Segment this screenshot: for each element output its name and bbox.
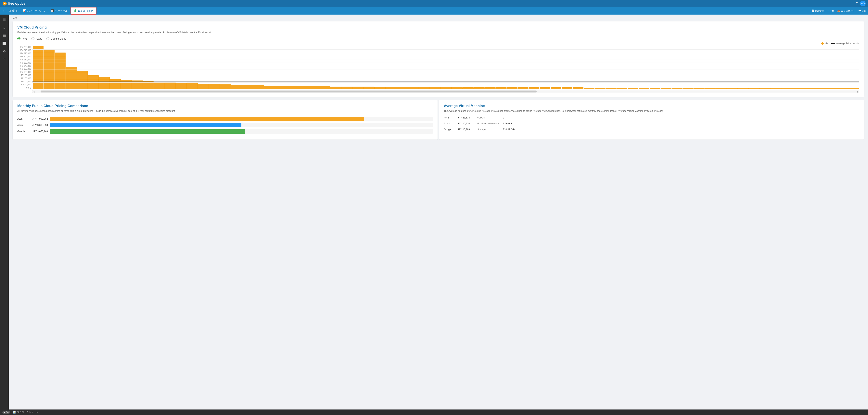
chart-bar xyxy=(88,75,99,89)
pricing-value: JPY 4,990,962 xyxy=(30,118,48,120)
avg-vm-price: JPY 16,399 xyxy=(458,127,477,132)
y-axis-label: JPY 120,000 xyxy=(17,68,32,70)
more-icon: ••• xyxy=(858,9,861,12)
chart-bar xyxy=(506,87,517,89)
help-button[interactable]: ? xyxy=(855,1,859,6)
radio-aws[interactable]: AWS xyxy=(17,37,27,40)
pricing-label: AWS xyxy=(17,118,28,120)
monthly-comparison-description: All running VMs have been priced across … xyxy=(17,109,433,113)
avg-vm-price: JPY 26,833 xyxy=(458,116,477,120)
chart-bar xyxy=(341,87,352,89)
y-axis-label: JPY 180,000 xyxy=(17,59,32,61)
radio-azure-circle xyxy=(31,37,34,40)
chart-legend: VM Average Price per VM xyxy=(17,42,859,45)
chart-bar xyxy=(639,88,649,89)
chart-bar xyxy=(661,88,672,89)
y-axis-label: JPY 60,000 xyxy=(17,77,32,79)
chart-bar xyxy=(683,88,693,89)
chart-bar xyxy=(462,87,473,89)
legend-avg-line xyxy=(831,43,835,44)
chart-bar xyxy=(716,88,726,89)
sidebar-item-tools[interactable]: ✕ xyxy=(1,56,8,63)
tab-kankyou[interactable]: 🖥 環境 xyxy=(6,7,20,14)
chart-bar xyxy=(782,88,793,89)
chart-bar xyxy=(738,88,749,89)
more-button[interactable]: ••• 詳細 xyxy=(858,9,866,12)
chart-bar xyxy=(451,87,462,89)
tab-virtual[interactable]: 🔲 バーチャル xyxy=(48,7,70,14)
chart-bar xyxy=(385,87,396,89)
chart-bar xyxy=(749,88,760,89)
status-bar: ● 2 ▸ 📝 プロジェクトノート xyxy=(0,410,868,415)
average-price-line xyxy=(32,81,859,82)
app-logo: live optics xyxy=(2,1,26,6)
project-note-button[interactable]: 📝 プロジェクトノート xyxy=(13,411,38,414)
tab-cloud-pricing[interactable]: 💲 Cloud Pricing xyxy=(70,7,96,14)
share-button[interactable]: ↗ 共有 xyxy=(827,9,834,12)
tab-performance[interactable]: 📊 パフォーマンス xyxy=(20,7,48,14)
virtual-icon: 🔲 xyxy=(51,9,54,12)
chart-bar xyxy=(220,85,231,89)
avg-vm-provider: Azure xyxy=(444,121,458,126)
chart-bar xyxy=(473,87,484,89)
pricing-bar xyxy=(50,123,241,127)
pricing-bar xyxy=(50,129,245,134)
sidebar-item-chart[interactable]: ⬜ xyxy=(1,40,8,47)
chart-scrollbar[interactable]: ◀ ▶ xyxy=(32,90,859,93)
chart-bar xyxy=(705,88,716,89)
monthly-comparison-title: Monthly Public Cloud Pricing Comparison xyxy=(17,104,433,108)
chart-bar xyxy=(804,88,815,89)
chart-bar xyxy=(363,87,374,89)
nav-right-actions: 📄 Reports ↗ 共有 📤 エクスポート ••• 詳細 xyxy=(811,9,866,12)
chart-bar xyxy=(352,87,363,89)
pricing-bar-container xyxy=(50,123,433,127)
sidebar-item-folder[interactable]: ▦ xyxy=(1,32,8,39)
status-badge-item[interactable]: ● 2 ▸ xyxy=(2,411,10,414)
reports-button[interactable]: 📄 Reports xyxy=(811,9,824,12)
pricing-row: Azure JPY 3,018,839 xyxy=(17,123,433,127)
chart-inner: JPY 260,000JPY 240,000JPY 220,000JPY 200… xyxy=(17,46,859,89)
y-axis-label: JPY 260,000 xyxy=(17,46,32,48)
y-axis-label: JPY 0 xyxy=(17,87,32,89)
chart-bar xyxy=(33,46,43,89)
reports-icon: 📄 xyxy=(811,9,814,12)
scrollbar-right-arrow[interactable]: ▶ xyxy=(857,90,859,93)
chart-bar xyxy=(848,88,859,89)
avg-vm-provider: AWS xyxy=(444,116,458,120)
chart-bar xyxy=(617,88,627,89)
y-axis-label: JPY 40,000 xyxy=(17,81,32,83)
avg-vm-provider: Google xyxy=(444,127,458,132)
y-axis-label: JPY 100,000 xyxy=(17,71,32,73)
chart-bar xyxy=(132,81,143,89)
pricing-bar xyxy=(50,117,364,121)
radio-azure[interactable]: Azure xyxy=(31,37,42,40)
pricing-row: Google JPY 3,050,169 xyxy=(17,129,433,134)
user-avatar[interactable]: AO xyxy=(860,1,866,6)
sidebar-item-home[interactable]: ⌂ xyxy=(1,24,8,31)
chart-bar xyxy=(694,88,705,89)
scrollbar-thumb[interactable] xyxy=(40,91,536,93)
chart-bar xyxy=(595,88,606,89)
sidebar-item-settings[interactable]: ⚙ xyxy=(1,47,8,55)
y-axis-label: JPY 160,000 xyxy=(17,62,32,64)
pricing-label: Google xyxy=(17,130,28,133)
legend-vm: VM xyxy=(821,42,828,45)
top-right-actions: ? AO xyxy=(855,1,866,6)
y-axis-label: JPY 220,000 xyxy=(17,52,32,55)
radio-google[interactable]: Google Cloud xyxy=(46,37,66,40)
nav-back-arrow[interactable]: ‹ xyxy=(2,8,6,13)
scrollbar-left-arrow[interactable]: ◀ xyxy=(32,90,35,93)
avg-vm-spec-value: 320.42 GiB xyxy=(503,127,519,132)
chart-bar xyxy=(396,87,407,89)
chart-bar xyxy=(539,87,550,89)
chart-bar xyxy=(551,87,561,89)
export-button[interactable]: 📤 エクスポート xyxy=(837,9,855,12)
app-name: live optics xyxy=(8,2,26,6)
chart-bar xyxy=(771,88,782,89)
pricing-bar-container xyxy=(50,117,433,121)
vm-cloud-pricing-description: Each bar represents the cloud pricing pe… xyxy=(17,31,859,34)
vm-chart-container: JPY 260,000JPY 240,000JPY 220,000JPY 200… xyxy=(17,46,859,93)
pricing-row: AWS JPY 4,990,962 xyxy=(17,117,433,121)
pricing-value: JPY 3,050,169 xyxy=(30,130,48,133)
sidebar-item-menu[interactable]: ☰ xyxy=(1,16,8,23)
